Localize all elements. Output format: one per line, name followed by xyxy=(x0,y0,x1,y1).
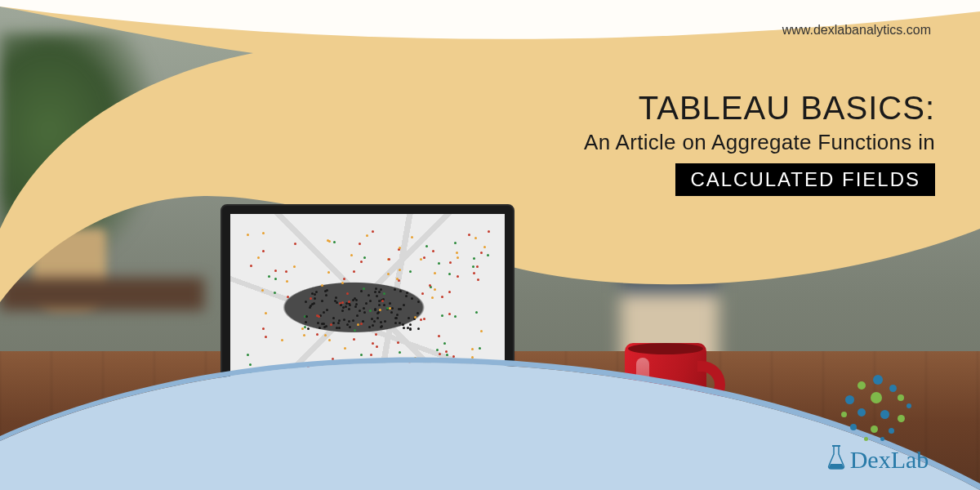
flask-icon xyxy=(827,444,845,474)
site-url: www.dexlabanalytics.com xyxy=(782,23,931,38)
shelf-decor xyxy=(0,278,204,310)
dexlab-logo: DexLab xyxy=(813,373,943,475)
logo-text: DexLab xyxy=(850,446,929,473)
svg-rect-0 xyxy=(832,445,840,447)
title-subtitle: An Article on Aggregate Functions in xyxy=(494,130,935,155)
title-main: TABLEAU BASICS: xyxy=(494,90,935,127)
title-badge: CALCULATED FIELDS xyxy=(675,163,935,196)
title-block: TABLEAU BASICS: An Article on Aggregate … xyxy=(494,90,935,196)
logo-dots-icon xyxy=(837,373,919,443)
